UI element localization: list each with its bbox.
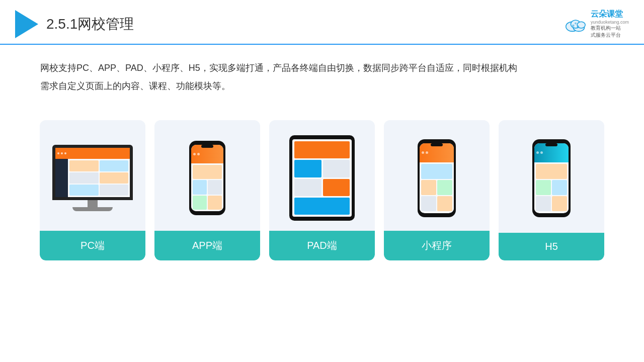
pc-block-2: [100, 160, 129, 171]
miniprogram-phone-mockup: [418, 139, 456, 217]
brand-url: yunduoketang.com: [591, 20, 629, 25]
brand-info: 云朵课堂 yunduoketang.com 教育机构一站式服务云平台: [591, 9, 629, 39]
app-block-1: [193, 165, 222, 179]
monitor-screen: [52, 145, 133, 200]
app-phone-screen: [191, 145, 223, 211]
app-block-3: [208, 180, 222, 194]
miniprogram-screen-content: [420, 143, 454, 213]
pc-dot-3: [64, 152, 66, 154]
app-card-label: APP端: [154, 231, 260, 260]
h5-dot-2: [540, 151, 543, 154]
h5-screen-content: [534, 143, 569, 213]
brand-name: 云朵课堂: [591, 9, 629, 20]
h5-phone-mockup: [532, 139, 571, 217]
miniprogram-dot-1: [422, 151, 424, 154]
brand-slogan: 教育机构一站式服务云平台: [591, 25, 629, 39]
pad-image-area: [269, 120, 375, 231]
logo-triangle-icon: [15, 10, 38, 38]
h5-block-3: [552, 180, 567, 195]
miniprogram-block-1: [421, 164, 452, 179]
monitor-base: [72, 207, 113, 211]
pad-card-label: PAD端: [269, 231, 375, 260]
phone-notch: [201, 145, 213, 148]
h5-block-5: [552, 196, 567, 211]
pad-block-4: [323, 179, 350, 196]
h5-card: H5: [499, 120, 604, 260]
pc-card: PC端: [40, 120, 145, 260]
app-block-5: [208, 196, 222, 210]
miniprogram-block-4: [421, 196, 436, 211]
miniprogram-phone-screen: [420, 143, 454, 213]
miniprogram-phone-notch: [431, 143, 443, 146]
app-card: APP端: [154, 120, 260, 260]
page-title: 2.5.1网校管理: [46, 15, 134, 34]
app-dot-1: [193, 153, 196, 155]
app-block-2: [193, 180, 207, 194]
miniprogram-image-area: [384, 120, 490, 231]
pc-block-4: [100, 172, 129, 184]
app-image-area: [154, 120, 260, 231]
pc-monitor-icon: [52, 145, 133, 211]
pad-block-1: [294, 160, 321, 177]
h5-block-2: [536, 180, 551, 195]
h5-block-4: [536, 196, 551, 211]
pad-block-5: [294, 198, 350, 215]
miniprogram-block-5: [437, 196, 452, 211]
miniprogram-card-label: 小程序: [384, 231, 490, 260]
h5-image-area: [499, 120, 604, 231]
pad-block-2: [323, 160, 350, 177]
pc-image-area: [40, 120, 145, 231]
svg-point-5: [577, 25, 579, 28]
h5-phone-notch: [545, 143, 557, 146]
h5-dot-1: [536, 151, 539, 154]
pad-block-header: [294, 141, 350, 158]
h5-card-label: H5: [499, 233, 604, 260]
pc-card-label: PC端: [40, 231, 145, 260]
description-paragraph-1: 网校支持PC、APP、PAD、小程序、H5，实现多端打通，产品各终端自由切换，数…: [40, 59, 604, 77]
description-paragraph-2: 需求自定义页面上的内容、课程、功能模块等。: [40, 77, 604, 95]
pc-block-1: [69, 160, 99, 171]
description-text: 网校支持PC、APP、PAD、小程序、H5，实现多端打通，产品各终端自由切换，数…: [0, 45, 644, 100]
h5-screen-body: [534, 162, 569, 213]
pc-screen-sidebar: [55, 159, 68, 197]
miniprogram-block-3: [437, 180, 452, 195]
cloud-logo-icon: [564, 15, 588, 33]
page-header: 2.5.1网校管理 云朵课堂 yunduoketang.com 教育机构一站式服…: [0, 0, 644, 45]
brand-logo: 云朵课堂 yunduoketang.com 教育机构一站式服务云平台: [564, 9, 629, 39]
header-right: 云朵课堂 yunduoketang.com 教育机构一站式服务云平台: [564, 9, 629, 39]
monitor-neck: [88, 200, 98, 207]
svg-point-4: [572, 24, 575, 27]
app-screen-body: [191, 163, 223, 211]
pad-card: PAD端: [269, 120, 375, 260]
pad-screen-content: [292, 139, 352, 217]
pc-block-3: [69, 172, 99, 184]
pad-tablet-screen: [292, 139, 352, 217]
pad-block-3: [294, 179, 321, 196]
miniprogram-block-2: [421, 180, 436, 195]
platform-cards-container: PC端: [0, 105, 644, 270]
pc-dot-2: [61, 152, 63, 154]
h5-block-1: [536, 164, 567, 179]
header-left: 2.5.1网校管理: [15, 10, 134, 38]
app-dot-2: [197, 153, 200, 155]
app-screen-content: [191, 145, 223, 211]
pc-dot-1: [57, 152, 59, 154]
pc-block-5: [69, 185, 99, 196]
app-block-4: [193, 196, 207, 210]
miniprogram-card: 小程序: [384, 120, 490, 260]
svg-point-6: [575, 22, 577, 24]
app-phone-mockup: [189, 141, 225, 215]
pc-screen-content: [68, 159, 130, 197]
pc-screen-header: [55, 148, 130, 159]
miniprogram-dot-2: [426, 151, 428, 154]
pc-block-6: [100, 185, 129, 196]
h5-phone-screen: [534, 143, 569, 213]
miniprogram-screen-body: [420, 162, 454, 213]
pad-tablet-mockup: [289, 135, 355, 221]
